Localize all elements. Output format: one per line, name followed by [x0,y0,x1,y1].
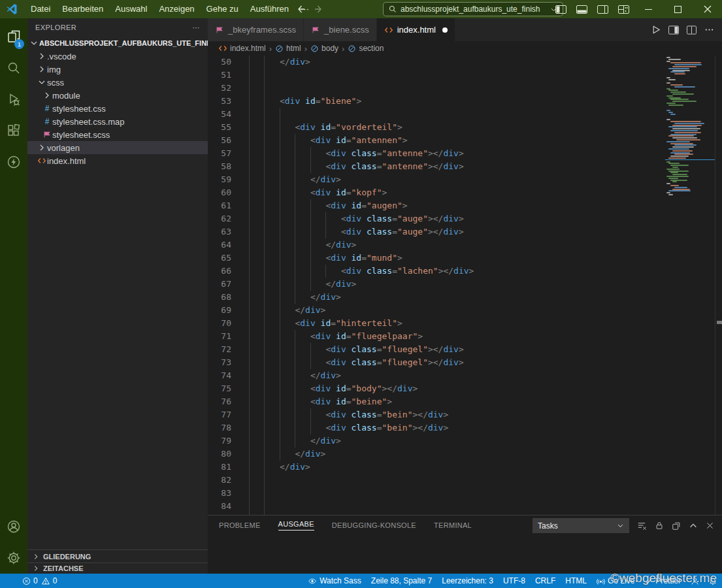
code-editor[interactable]: 50 </div>515253 <div id="biene">5455 <di… [208,56,722,515]
warnings-indicator[interactable]: 0 [41,576,57,585]
forward-arrow-icon[interactable] [314,4,324,14]
open-preview-icon[interactable] [668,25,679,35]
status-html[interactable]: HTML [565,576,587,585]
maximize-button[interactable] [663,0,693,18]
settings-gear-icon[interactable] [0,542,27,574]
command-center-search[interactable]: abschlussprojekt_aufbaukurs_ute_finish [383,2,563,16]
breadcrumb-index-html[interactable]: index.html [218,44,266,53]
breadcrumb-body[interactable]: body [310,44,338,53]
code-line: 67 </div> [208,278,715,291]
explorer-item-stylesheet-css-map[interactable]: #stylesheet.css.map [27,115,208,128]
tab-bkeyframes-scss[interactable]: _bkeyframes.scss [208,18,304,41]
line-number: 59 [208,173,231,186]
close-button[interactable] [693,0,722,18]
code-line: 65 <div id="mund"> [208,252,715,265]
status-bell[interactable] [709,577,717,585]
clear-output-icon[interactable] [637,521,647,531]
overview-ruler[interactable] [715,56,722,515]
explorer-item-vorlagen[interactable]: vorlagen [27,141,208,154]
line-number: 61 [208,199,231,212]
customize-layout-icon[interactable] [618,5,629,14]
extensions-icon[interactable] [0,115,27,146]
menu-anzeigen[interactable]: Anzeigen [153,0,200,18]
minimap[interactable] [665,56,715,252]
run-button-icon[interactable] [651,25,661,35]
menu-ausf-hren[interactable]: Ausführen [244,0,295,18]
status-label: Zeile 88, Spalte 7 [371,576,432,585]
code-text: <div id="body"></div> [231,382,715,395]
live-server-icon[interactable] [0,146,27,178]
minimap-line [666,110,670,111]
minimap-line [668,97,681,99]
explorer-icon[interactable]: 1 [0,21,27,52]
warning-icon [41,577,50,585]
toggle-panel-icon[interactable] [576,5,587,14]
lock-icon[interactable] [655,521,664,531]
explorer-item-scss[interactable]: scss [27,76,208,89]
breadcrumb-section[interactable]: section [348,44,384,53]
close-panel-icon[interactable] [706,521,714,530]
output-channel-dropdown[interactable]: Tasks [533,518,629,533]
breadcrumb-html[interactable]: html [275,44,301,53]
maximize-panel-icon[interactable] [689,521,698,531]
status-utf-8[interactable]: UTF-8 [503,576,525,585]
back-arrow-icon[interactable] [295,4,306,14]
window-controls [634,0,722,18]
panel-tab-debugging-konsole[interactable]: DEBUGGING-KONSOLE [332,521,416,529]
status-label: CRLF [535,576,555,585]
explorer-item-stylesheet-css[interactable]: #stylesheet.css [27,102,208,115]
open-in-editor-icon[interactable] [672,521,681,531]
menu-bearbeiten[interactable]: Bearbeiten [56,0,109,18]
tab-index-html[interactable]: index.html [377,18,455,41]
code-text: <div class="antenne"></div> [231,160,715,173]
warnings-count: 0 [53,576,57,585]
search-view-icon[interactable] [0,52,27,84]
panel-tab-terminal[interactable]: TERMINAL [434,521,472,529]
minimap-line [668,105,683,106]
status-person[interactable] [691,577,699,585]
code-line: 74 </div> [208,369,715,382]
line-number: 71 [208,330,231,343]
more-actions-icon[interactable] [704,25,714,35]
split-editor-icon[interactable] [687,25,697,35]
explorer-more-actions-icon[interactable]: ⋯ [193,24,200,32]
chevron-collapsed-icon [37,51,47,61]
menu-gehe-zu[interactable]: Gehe zu [201,0,244,18]
code-line: 53 <div id="biene"> [208,95,715,108]
modified-dot-icon[interactable] [442,27,448,33]
breadcrumb-separator: › [342,44,344,54]
outline-section[interactable]: GLIEDERUNG [27,549,208,563]
account-icon[interactable] [0,511,27,542]
panel-tab-probleme[interactable]: PROBLEME [219,521,261,529]
explorer-item-vscode[interactable]: .vscode [27,50,208,63]
toggle-sidebar-icon[interactable] [555,5,566,14]
panel-tab-ausgabe[interactable]: AUSGABE [278,520,314,531]
status-zeile-88-spalte-7[interactable]: Zeile 88, Spalte 7 [371,576,432,585]
bottom-panel: PROBLEMEAUSGABEDEBUGGING-KONSOLETERMINAL… [208,515,722,574]
explorer-item-stylesheet-scss[interactable]: stylesheet.scss [27,128,208,141]
minimap-line [670,71,685,73]
code-line: 61 <div id="augen"> [208,199,715,212]
status-crlf[interactable]: CRLF [535,576,555,585]
run-debug-icon[interactable] [0,84,27,115]
minimap-line [672,181,677,182]
explorer-item-module[interactable]: module [27,89,208,102]
errors-count: 0 [33,576,38,585]
errors-indicator[interactable]: 0 [22,576,38,585]
minimize-button[interactable] [634,0,663,18]
explorer-item-index-html[interactable]: index.html [27,154,208,167]
minimap-line [670,152,690,154]
toggle-secondary-sidebar-icon[interactable] [597,5,608,14]
status-leerzeichen-3[interactable]: Leerzeichen: 3 [442,576,493,585]
timeline-section[interactable]: ZEITACHSE [27,563,208,574]
line-number: 54 [208,108,231,121]
status-prettier[interactable]: Prettier [644,576,681,585]
explorer-root-folder[interactable]: ABSCHLUSSPROJEKT_AUFBAUKURS_UTE_FINISH [27,37,208,50]
menu-datei[interactable]: Datei [25,0,56,18]
explorer-item-img[interactable]: img [27,63,208,76]
minimap-line [666,183,670,184]
status-watch-sass[interactable]: Watch Sass [308,576,361,585]
tab-biene-scss[interactable]: _biene.scss [304,18,377,41]
status-go-live[interactable]: Go Live [597,576,634,585]
menu-auswahl[interactable]: Auswahl [109,0,153,18]
